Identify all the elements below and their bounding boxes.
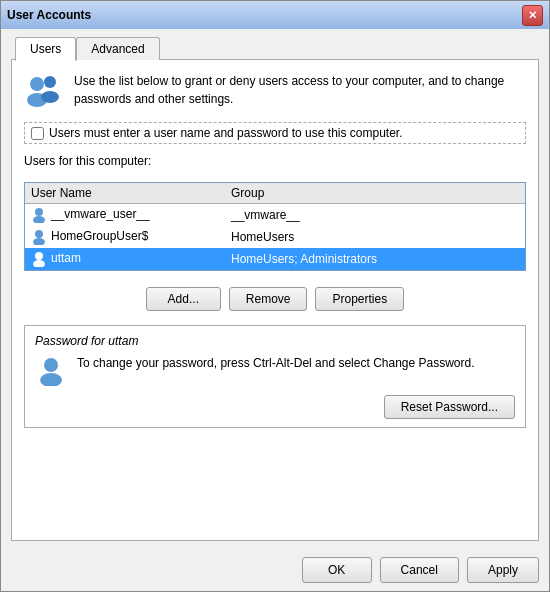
- user-name-cell: uttam: [25, 248, 225, 270]
- title-bar: User Accounts ✕: [1, 1, 549, 29]
- ok-button[interactable]: OK: [302, 557, 372, 583]
- apply-button[interactable]: Apply: [467, 557, 539, 583]
- password-section-title: Password for uttam: [35, 334, 515, 348]
- window-title: User Accounts: [7, 8, 91, 22]
- info-section: Use the list below to grant or deny user…: [24, 72, 526, 112]
- properties-button[interactable]: Properties: [315, 287, 404, 311]
- tab-content: Use the list below to grant or deny user…: [11, 59, 539, 541]
- tab-bar: Users Advanced: [11, 37, 539, 60]
- user-table-container: User Name Group __vmware_user____vmware_…: [24, 182, 526, 271]
- table-row[interactable]: uttamHomeUsers; Administrators: [25, 248, 525, 270]
- user-name-cell: HomeGroupUser$: [25, 226, 225, 248]
- password-required-checkbox[interactable]: [31, 127, 44, 140]
- checkbox-label[interactable]: Users must enter a user name and passwor…: [49, 126, 403, 140]
- tab-advanced[interactable]: Advanced: [76, 37, 159, 60]
- cancel-button[interactable]: Cancel: [380, 557, 459, 583]
- svg-point-6: [35, 230, 43, 238]
- reset-password-button[interactable]: Reset Password...: [384, 395, 515, 419]
- svg-point-0: [30, 77, 44, 91]
- bottom-buttons: OK Cancel Apply: [1, 549, 549, 591]
- table-row[interactable]: __vmware_user____vmware__: [25, 204, 525, 227]
- svg-point-11: [40, 373, 62, 386]
- svg-point-10: [44, 358, 58, 372]
- svg-point-9: [33, 260, 45, 267]
- password-text: To change your password, press Ctrl-Alt-…: [77, 354, 515, 372]
- password-user-icon: [35, 354, 67, 389]
- info-text: Use the list below to grant or deny user…: [74, 72, 526, 108]
- window-content: Users Advanced Use the list below to gra…: [1, 29, 549, 549]
- add-button[interactable]: Add...: [146, 287, 221, 311]
- user-table: User Name Group __vmware_user____vmware_…: [25, 183, 525, 270]
- table-buttons: Add... Remove Properties: [24, 287, 526, 311]
- svg-point-4: [35, 208, 43, 216]
- svg-point-2: [44, 76, 56, 88]
- user-group-icon: [24, 72, 64, 112]
- svg-point-3: [41, 91, 59, 103]
- user-group-cell: __vmware__: [225, 204, 525, 227]
- svg-point-7: [33, 238, 45, 245]
- password-section: Password for uttam To change your passwo…: [24, 325, 526, 428]
- close-button[interactable]: ✕: [522, 5, 543, 26]
- svg-point-8: [35, 252, 43, 260]
- checkbox-row: Users must enter a user name and passwor…: [24, 122, 526, 144]
- user-accounts-window: User Accounts ✕ Users Advanced: [0, 0, 550, 592]
- col-group: Group: [225, 183, 525, 204]
- users-section-label: Users for this computer:: [24, 154, 526, 168]
- password-button-row: Reset Password...: [35, 395, 515, 419]
- remove-button[interactable]: Remove: [229, 287, 308, 311]
- password-content: To change your password, press Ctrl-Alt-…: [35, 354, 515, 389]
- user-group-cell: HomeUsers: [225, 226, 525, 248]
- svg-point-5: [33, 216, 45, 223]
- tab-users[interactable]: Users: [15, 37, 76, 61]
- table-row[interactable]: HomeGroupUser$HomeUsers: [25, 226, 525, 248]
- col-username: User Name: [25, 183, 225, 204]
- user-group-cell: HomeUsers; Administrators: [225, 248, 525, 270]
- user-name-cell: __vmware_user__: [25, 204, 225, 227]
